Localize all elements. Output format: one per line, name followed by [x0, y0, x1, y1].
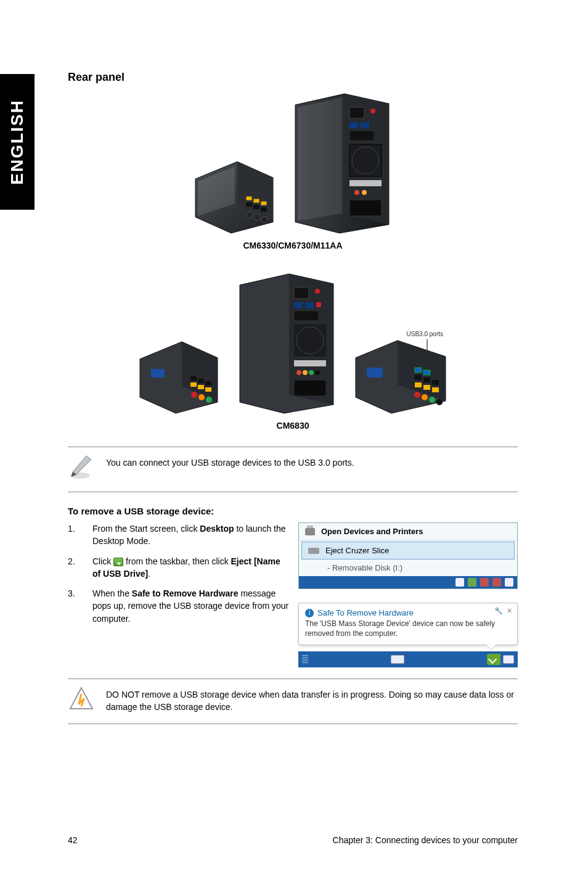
remove-usb-heading: To remove a USB storage device:: [68, 506, 518, 516]
step-3: 3. When the Safe to Remove Hardware mess…: [68, 587, 290, 625]
svg-rect-46: [294, 324, 326, 357]
svg-rect-18: [349, 131, 374, 141]
step-2-pre: Click: [92, 556, 113, 566]
warning-icon: [68, 685, 95, 715]
rear-panel-tower-2: [237, 273, 336, 415]
svg-rect-62: [432, 380, 439, 385]
open-devices-label: Open Devices and Printers: [321, 527, 423, 536]
step-1-pre: From the Start screen, click: [92, 524, 200, 534]
svg-rect-21: [349, 180, 382, 186]
svg-point-8: [247, 212, 253, 218]
svg-rect-17: [361, 122, 369, 128]
devices-printers-icon: [305, 528, 315, 535]
tray-icon: [505, 578, 513, 587]
figure-row-1: [68, 93, 518, 234]
svg-rect-24: [349, 200, 382, 216]
tray-icon: [492, 578, 501, 587]
language-tab: ENGLISH: [0, 74, 35, 210]
open-devices-item[interactable]: Open Devices and Printers: [299, 523, 517, 540]
step-2: 2. Click from the taskbar, then click Ej…: [68, 555, 290, 580]
svg-rect-42: [294, 302, 303, 308]
svg-point-37: [206, 397, 212, 403]
svg-point-68: [429, 397, 435, 403]
step-1: 1. From the Start screen, click Desktop …: [68, 522, 290, 548]
eject-drive-label: Eject Cruzer Slice: [325, 546, 389, 555]
taskbar-keyboard-icon: [391, 655, 404, 664]
eject-context-menu: Open Devices and Printers Eject Cruzer S…: [298, 522, 518, 589]
svg-rect-40: [294, 287, 309, 299]
language-tab-text: ENGLISH: [7, 99, 27, 184]
safe-remove-notification: 🔧 ✕ i Safe To Remove Hardware The 'USB M…: [298, 603, 518, 667]
tray-icon: [455, 578, 464, 587]
balloon-close-icon: ✕: [507, 607, 512, 615]
svg-rect-65: [432, 387, 439, 392]
taskbar-grip-icon: [302, 655, 308, 664]
tray-icon: [480, 578, 489, 587]
page-footer: 42 Chapter 3: Connecting devices to your…: [68, 835, 518, 845]
step-2-num: 2.: [68, 555, 79, 580]
svg-rect-63: [415, 382, 422, 387]
svg-rect-5: [246, 202, 252, 207]
taskbar-safely-remove-icon[interactable]: [487, 654, 500, 665]
svg-rect-58: [415, 368, 422, 373]
note-warning-text: DO NOT remove a USB storage device when …: [106, 685, 518, 713]
svg-point-22: [354, 190, 359, 195]
page-content: Rear panel: [68, 71, 518, 724]
svg-marker-25: [298, 97, 342, 221]
rear-panel-closeup-2: [139, 340, 219, 415]
svg-rect-7: [261, 207, 267, 212]
tray-icon: [468, 578, 476, 587]
svg-rect-60: [415, 375, 422, 380]
pencil-note-icon: [68, 453, 95, 483]
rear-panel-closeup-3: USB3.0 ports: [354, 334, 447, 415]
svg-rect-44: [316, 302, 321, 307]
note-usb-connect: You can connect your USB storage devices…: [68, 447, 518, 492]
svg-rect-30: [198, 379, 204, 383]
svg-rect-32: [190, 382, 197, 387]
note-warning: DO NOT remove a USB storage device when …: [68, 679, 518, 724]
svg-rect-48: [294, 360, 326, 366]
svg-rect-59: [423, 370, 430, 375]
step-3-num: 3.: [68, 587, 79, 625]
svg-rect-29: [190, 376, 197, 381]
caption-row-2: CM6830: [68, 421, 518, 431]
taskbar-flag-icon: [503, 655, 514, 664]
eject-drive-item[interactable]: Eject Cruzer Slice: [301, 542, 515, 559]
drive-icon: [308, 548, 319, 554]
taskbar-2: [298, 651, 518, 667]
rear-panel-closeup-1: [194, 160, 274, 234]
chapter-title: Chapter 3: Connecting devices to your co…: [333, 835, 518, 845]
svg-rect-33: [198, 385, 204, 389]
page-number: 42: [68, 835, 78, 845]
svg-rect-2: [246, 196, 252, 200]
svg-point-36: [198, 394, 205, 400]
svg-rect-19: [349, 144, 382, 176]
step-3-pre: When the: [92, 588, 132, 598]
svg-rect-14: [349, 107, 364, 118]
svg-rect-61: [423, 377, 430, 382]
svg-rect-45: [294, 311, 319, 321]
svg-rect-16: [349, 122, 358, 128]
svg-point-51: [309, 370, 314, 375]
balloon-close[interactable]: 🔧 ✕: [494, 607, 512, 615]
svg-point-15: [370, 109, 375, 113]
svg-point-52: [315, 370, 320, 375]
svg-rect-34: [205, 387, 211, 392]
taskbar-tray-1: [299, 576, 517, 588]
svg-point-9: [254, 214, 260, 220]
figure-row-2: USB3.0 ports: [68, 273, 518, 415]
step-3-bold: Safe to Remove Hardware: [132, 588, 239, 598]
svg-rect-6: [253, 205, 259, 209]
svg-rect-28: [151, 369, 165, 377]
usb3-label: USB3.0 ports: [407, 331, 443, 337]
rear-panel-tower-1: [293, 93, 391, 234]
svg-rect-43: [305, 302, 314, 308]
svg-point-35: [191, 392, 197, 398]
svg-rect-4: [261, 201, 267, 205]
info-icon: i: [305, 609, 314, 617]
balloon-title: Safe To Remove Hardware: [317, 608, 414, 617]
svg-rect-64: [423, 385, 430, 390]
svg-point-23: [362, 190, 367, 195]
svg-point-50: [303, 370, 308, 375]
safely-remove-tray-icon: [113, 558, 123, 566]
